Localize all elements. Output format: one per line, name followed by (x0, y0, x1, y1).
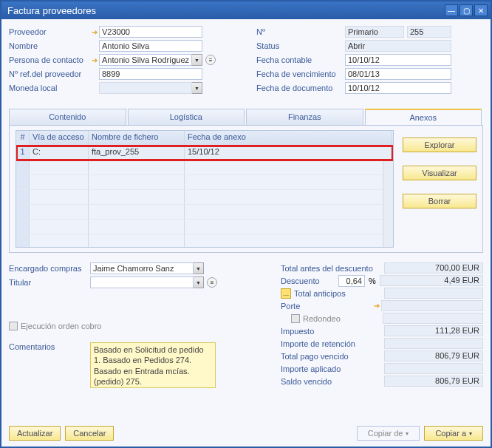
comentarios-field[interactable]: Basado en Solicitud de pedido 1. Basado … (90, 342, 216, 388)
retencion-value (384, 338, 483, 349)
descuento-value: 4,49 EUR (380, 275, 483, 286)
comentarios-label: Comentarios (9, 342, 90, 351)
link-arrow-icon[interactable]: ➔ (374, 302, 380, 310)
grid-row[interactable] (16, 220, 393, 234)
grid-col-date[interactable]: Fecha de anexo (185, 131, 392, 145)
maximize-button[interactable]: ▢ (459, 4, 473, 16)
grid-row[interactable] (16, 160, 393, 175)
delete-button[interactable]: Borrar (403, 194, 476, 208)
moneda-combo[interactable] (99, 82, 192, 94)
tab-anexos[interactable]: Anexos (365, 109, 482, 125)
descuento-pct-field[interactable] (338, 275, 365, 287)
explore-button[interactable]: Explorar (403, 138, 476, 152)
grid-row[interactable] (16, 190, 393, 205)
attachments-grid: # Vía de acceso Nombre de fichero Fecha … (16, 130, 394, 248)
anticipos-value (384, 288, 483, 299)
fvenc-label: Fecha de vencimiento (256, 69, 345, 78)
grid-col-num[interactable]: # (16, 131, 30, 145)
impuesto-value: 111,28 EUR (384, 325, 483, 336)
refprov-field[interactable] (99, 68, 202, 80)
nombre-label: Nombre (9, 41, 90, 50)
proveedor-field[interactable] (99, 26, 202, 38)
total-antes-value: 700,00 EUR (384, 262, 483, 274)
fcont-label: Fecha contable (256, 55, 345, 64)
details-button[interactable]: ≡ (207, 277, 217, 288)
titular-label: Titular (9, 278, 90, 287)
tab-logistica[interactable]: Logística (128, 109, 245, 125)
row-date: 15/10/12 (185, 146, 392, 160)
row-num: 1 (16, 146, 30, 160)
view-button[interactable]: Visualizar (403, 166, 476, 180)
encargado-combo[interactable] (90, 262, 194, 274)
tab-finanzas[interactable]: Finanzas (246, 109, 363, 125)
grid-row[interactable]: 1 C: fta_prov_255 15/10/12 (16, 146, 393, 160)
title-bar: Factura proveedores — ▢ ✕ (1, 1, 491, 19)
cancelar-button[interactable]: Cancelar (65, 426, 114, 441)
retencion-label: Importe de retención (281, 339, 384, 348)
aplicado-value (384, 363, 483, 374)
close-button[interactable]: ✕ (474, 4, 488, 16)
num-label: Nº (256, 27, 345, 36)
row-file: fta_prov_255 (89, 146, 185, 160)
grid-header: # Vía de acceso Nombre de fichero Fecha … (16, 131, 393, 146)
details-button[interactable]: ≡ (205, 55, 216, 65)
saldo-label: Saldo vencido (281, 377, 384, 386)
redondeo-label: Redondeo (303, 314, 383, 323)
persona-combo[interactable] (99, 54, 192, 66)
tab-contenido[interactable]: Contenido (9, 109, 126, 125)
chevron-down-icon[interactable]: ▼ (194, 262, 204, 274)
grid-col-path[interactable]: Vía de acceso (30, 131, 89, 145)
copiar-a-button[interactable]: Copiar a (424, 426, 483, 441)
window-title: Factura proveedores (7, 5, 443, 16)
aplicado-label: Importe aplicado (281, 364, 384, 373)
fdoc-label: Fecha de documento (256, 84, 345, 92)
chevron-down-icon[interactable]: ▼ (194, 276, 204, 288)
num-value (407, 26, 451, 38)
status-value (345, 40, 451, 52)
ejecucion-checkbox (9, 322, 18, 330)
chevron-down-icon[interactable]: ▼ (192, 82, 202, 94)
num-series[interactable] (345, 26, 404, 38)
chevron-down-icon[interactable]: ▼ (192, 54, 202, 66)
fcont-field[interactable] (345, 54, 451, 66)
persona-label: Persona de contacto (9, 55, 90, 64)
grid-row[interactable] (16, 205, 393, 220)
refprov-label: Nº ref.del proveedor (9, 69, 90, 78)
encargado-label: Encargado compras (9, 264, 90, 273)
pct-sign: % (365, 276, 380, 285)
status-label: Status (256, 41, 345, 50)
total-antes-label: Total antes del descuento (281, 264, 384, 273)
grid-scrollbar[interactable] (383, 146, 393, 247)
anticipos-link-icon[interactable]: … (281, 288, 291, 299)
porte-value (381, 300, 483, 311)
link-arrow-icon[interactable]: ➔ (92, 56, 98, 64)
pago-vencido-value: 806,79 EUR (384, 350, 483, 362)
grid-row[interactable] (16, 175, 393, 190)
copiar-de-button[interactable]: Copiar de (357, 426, 420, 441)
anticipos-label: Total anticipos (294, 289, 384, 298)
grid-row[interactable] (16, 234, 393, 248)
saldo-value: 806,79 EUR (384, 376, 483, 387)
fvenc-field[interactable] (345, 68, 451, 80)
pago-vencido-label: Total pago vencido (281, 352, 384, 361)
ejecucion-label: Ejecución orden cobro (21, 322, 101, 330)
redondeo-value (383, 313, 483, 324)
actualizar-button[interactable]: Actualizar (9, 426, 61, 441)
porte-label: Porte (281, 302, 372, 310)
row-path: C: (30, 146, 89, 160)
descuento-label: Descuento (281, 276, 338, 285)
impuesto-label: Impuesto (281, 327, 384, 336)
minimize-button[interactable]: — (445, 4, 458, 16)
redondeo-checkbox (291, 314, 300, 323)
moneda-label: Moneda local (9, 84, 90, 92)
fdoc-field[interactable] (345, 82, 451, 94)
proveedor-label: Proveedor (9, 27, 90, 36)
titular-combo[interactable] (90, 276, 194, 288)
link-arrow-icon[interactable]: ➔ (92, 28, 98, 36)
grid-col-file[interactable]: Nombre de fichero (89, 131, 185, 145)
anexos-panel: # Vía de acceso Nombre de fichero Fecha … (9, 126, 483, 253)
nombre-field[interactable] (99, 40, 202, 52)
